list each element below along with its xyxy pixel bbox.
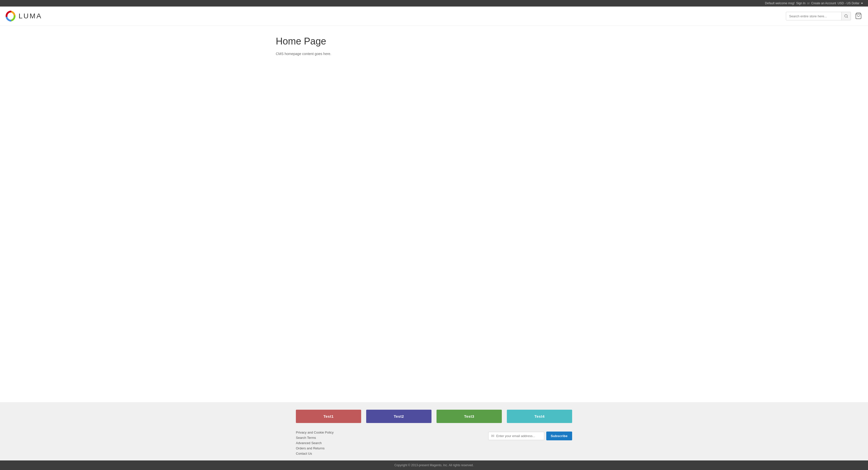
- privacy-link[interactable]: Privacy and Cookie Policy: [296, 431, 334, 434]
- copyright-bar: Copyright © 2013-present Magento, Inc. A…: [0, 461, 868, 470]
- test3-button[interactable]: Test3: [436, 410, 502, 423]
- copyright-text: Copyright © 2013-present Magento, Inc. A…: [394, 464, 474, 467]
- page-title: Home Page: [276, 36, 592, 47]
- search-input[interactable]: [786, 12, 841, 20]
- subscribe-button[interactable]: Subscribe: [546, 432, 572, 440]
- email-input[interactable]: [496, 434, 541, 438]
- newsletter-section: ✉ Subscribe: [488, 432, 572, 440]
- logo-link[interactable]: LUMA: [5, 10, 42, 22]
- email-wrapper: ✉: [488, 432, 544, 440]
- logo-icon: [5, 10, 16, 22]
- search-terms-link[interactable]: Search Terms: [296, 436, 334, 440]
- search-icon: [844, 14, 848, 18]
- chevron-down-icon: [861, 3, 863, 4]
- test4-button[interactable]: Test4: [507, 410, 572, 423]
- currency-selector[interactable]: USD - US Dollar: [838, 1, 863, 5]
- footer-nav: Privacy and Cookie Policy Search Terms A…: [296, 431, 334, 456]
- cart-button[interactable]: [854, 11, 863, 21]
- contact-us-link[interactable]: Contact Us: [296, 452, 334, 456]
- main-content: Home Page CMS homepage content goes here…: [271, 26, 597, 402]
- currency-label: USD - US Dollar: [838, 1, 860, 5]
- search-button[interactable]: [841, 12, 851, 20]
- footer-buttons: Test1 Test2 Test3 Test4: [296, 410, 572, 423]
- logo-text: LUMA: [19, 12, 42, 20]
- header-right: [786, 11, 863, 21]
- create-account-link[interactable]: Create an Account: [811, 1, 836, 5]
- test2-button[interactable]: Test2: [366, 410, 432, 423]
- email-icon: ✉: [491, 434, 494, 438]
- signin-link[interactable]: Sign In: [796, 1, 805, 5]
- advanced-search-link[interactable]: Advanced Search: [296, 441, 334, 445]
- top-bar: Default welcome msg! Sign In or Create a…: [0, 0, 868, 6]
- page-content: CMS homepage content goes here.: [276, 52, 592, 56]
- site-header: LUMA: [0, 6, 868, 26]
- footer-bottom: Privacy and Cookie Policy Search Terms A…: [296, 431, 572, 456]
- welcome-message: Default welcome msg!: [765, 1, 795, 5]
- or-separator: or: [807, 1, 810, 5]
- orders-returns-link[interactable]: Orders and Returns: [296, 446, 334, 450]
- cart-icon: [855, 12, 862, 19]
- search-wrapper: [786, 12, 851, 20]
- site-footer: Test1 Test2 Test3 Test4 Privacy and Cook…: [0, 402, 868, 461]
- test1-button[interactable]: Test1: [296, 410, 361, 423]
